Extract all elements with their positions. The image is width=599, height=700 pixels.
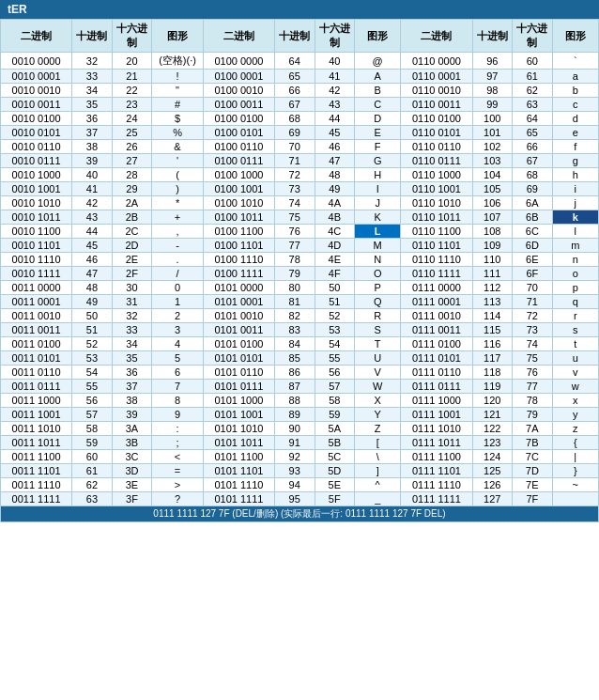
table-cell: 6 <box>152 366 204 380</box>
table-cell: e <box>552 126 598 140</box>
table-cell: p <box>552 281 598 295</box>
header-binary-2: 二进制 <box>203 20 274 53</box>
table-cell: 103 <box>472 154 513 168</box>
table-cell: 119 <box>472 380 513 394</box>
table-cell: ! <box>152 70 204 84</box>
table-cell: 59 <box>72 436 113 450</box>
table-cell: 0110 1110 <box>401 253 472 267</box>
table-cell: c <box>552 98 598 112</box>
table-row: 0011 0100523440101 01008454T0111 0100116… <box>1 337 599 351</box>
table-cell: 65 <box>513 126 553 140</box>
header-hex-2: 十六进制 <box>315 20 355 53</box>
table-cell: 90 <box>274 422 315 436</box>
table-cell: 74 <box>274 196 315 210</box>
table-cell: 30 <box>112 281 152 295</box>
table-cell: Q <box>355 295 401 309</box>
table-cell: / <box>152 267 204 281</box>
table-cell: 94 <box>274 478 315 492</box>
table-cell: 38 <box>72 140 113 154</box>
table-cell: 0110 1111 <box>401 267 472 281</box>
table-cell: 0110 1100 <box>401 225 472 239</box>
table-cell: + <box>152 210 204 225</box>
table-cell: 5B <box>315 436 355 450</box>
table-cell: 0010 1110 <box>1 253 72 267</box>
table-cell: I <box>355 182 401 196</box>
table-cell <box>552 492 598 506</box>
table-cell: 108 <box>472 225 513 239</box>
table-row: 0010 10014129)0100 10017349I0110 1001105… <box>1 182 599 196</box>
table-cell: 2F <box>112 267 152 281</box>
table-cell: 7 <box>152 380 204 394</box>
table-cell: 0100 1110 <box>203 253 274 267</box>
table-cell: t <box>552 337 598 351</box>
table-cell: 126 <box>472 478 513 492</box>
table-cell: 27 <box>112 154 152 168</box>
table-cell: 112 <box>472 281 513 295</box>
table-cell: 59 <box>315 408 355 422</box>
table-cell: 36 <box>72 112 113 126</box>
table-cell: 5D <box>315 464 355 478</box>
table-row: 0010 1110462E.0100 1110784EN0110 1110110… <box>1 253 599 267</box>
table-cell: 0101 1001 <box>203 408 274 422</box>
table-row: 0010 1100442C,0100 1100764CL0110 1100108… <box>1 225 599 239</box>
table-cell: 0110 1000 <box>401 168 472 182</box>
table-cell: 42 <box>315 84 355 98</box>
table-cell: 72 <box>274 168 315 182</box>
table-cell: 49 <box>72 295 113 309</box>
table-cell: 0110 0001 <box>401 70 472 84</box>
table-cell: 0011 0100 <box>1 337 72 351</box>
table-cell: 0110 1010 <box>401 196 472 210</box>
table-cell: 0010 1000 <box>1 168 72 182</box>
table-cell: 2A <box>112 196 152 210</box>
table-cell: j <box>552 196 598 210</box>
header-decimal-3: 十进制 <box>472 20 513 53</box>
table-cell: 6E <box>513 253 553 267</box>
table-cell: * <box>152 196 204 210</box>
table-cell: 0100 1101 <box>203 239 274 253</box>
table-cell: 47 <box>72 267 113 281</box>
table-cell: (空格)(·) <box>152 53 204 70</box>
table-cell: i <box>552 182 598 196</box>
table-cell: 21 <box>112 70 152 84</box>
table-cell: 2E <box>112 253 152 267</box>
table-cell: 45 <box>315 126 355 140</box>
table-cell: 79 <box>274 267 315 281</box>
table-cell: 0010 1101 <box>1 239 72 253</box>
table-cell: _ <box>355 492 401 506</box>
table-row: 0011 1001573990101 10018959Y0111 1001121… <box>1 408 599 422</box>
table-cell: 63 <box>513 98 553 112</box>
table-cell: 110 <box>472 253 513 267</box>
table-cell: 0010 0001 <box>1 70 72 84</box>
table-cell: 63 <box>72 492 113 506</box>
table-cell: 3B <box>112 436 152 450</box>
table-cell: 52 <box>315 309 355 323</box>
table-cell: 4D <box>315 239 355 253</box>
header-char-2: 图形 <box>355 20 401 53</box>
table-cell: 104 <box>472 168 513 182</box>
table-cell: 54 <box>315 337 355 351</box>
table-cell: 4 <box>152 337 204 351</box>
table-cell: 68 <box>513 168 553 182</box>
table-cell: J <box>355 196 401 210</box>
table-cell: d <box>552 112 598 126</box>
table-cell: 0100 0010 <box>203 84 274 98</box>
table-row: 0011 0010503220101 00108252R0111 0010114… <box>1 309 599 323</box>
table-cell: f <box>552 140 598 154</box>
table-cell: 5A <box>315 422 355 436</box>
table-cell: h <box>552 168 598 182</box>
table-cell: N <box>355 253 401 267</box>
table-cell: 111 <box>472 267 513 281</box>
table-cell: z <box>552 422 598 436</box>
header-decimal-2: 十进制 <box>274 20 315 53</box>
table-cell: 49 <box>315 182 355 196</box>
table-cell: 0011 0111 <box>1 380 72 394</box>
table-cell: 3E <box>112 478 152 492</box>
table-cell: 76 <box>513 366 553 380</box>
table-cell: 66 <box>274 84 315 98</box>
table-cell: 0100 1000 <box>203 168 274 182</box>
table-cell: 0110 0100 <box>401 112 472 126</box>
table-cell: 52 <box>72 337 113 351</box>
table-cell: " <box>152 84 204 98</box>
table-cell: - <box>152 239 204 253</box>
table-cell: 57 <box>315 380 355 394</box>
